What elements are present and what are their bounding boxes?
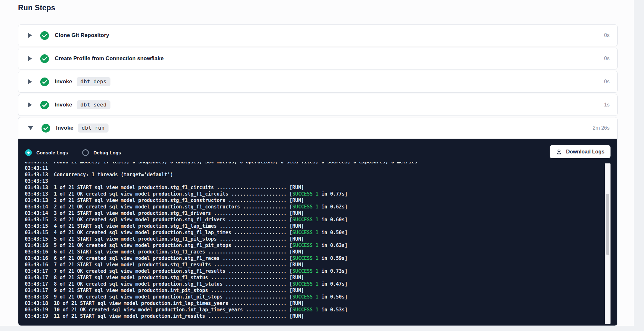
log-line: 03:43:19 11 of 21 START sql view model p… <box>25 313 603 319</box>
log-scrollbar-thumb[interactable] <box>606 194 609 255</box>
log-line: 03:43:17 9 of 21 START sql view model pr… <box>25 287 603 294</box>
success-check-icon <box>40 101 49 109</box>
log-line: 03:43:18 9 of 21 OK created sql view mod… <box>25 294 603 300</box>
log-line: 03:43:11 <box>25 165 603 171</box>
page-title: Run Steps <box>18 4 55 12</box>
log-line: 03:43:16 5 of 21 OK created sql view mod… <box>25 242 603 249</box>
log-line: 03:43:14 2 of 21 OK created sql view mod… <box>25 204 603 210</box>
run-steps-page: { "page": { "title": "Run Steps", "backg… <box>0 0 644 331</box>
log-success-tag: SUCCESS 1 <box>292 255 318 261</box>
run-step-card-5: Invokedbt run2m 26sConsole LogsDebug Log… <box>18 117 618 326</box>
chevron-right-icon[interactable] <box>28 56 32 61</box>
radio-label: Console Logs <box>36 150 68 155</box>
step-duration: 0s <box>604 56 610 61</box>
log-scrollbar-track[interactable] <box>605 163 611 324</box>
success-check-icon <box>40 78 49 86</box>
log-line: 03:43:13 Concurrency: 1 threads (target=… <box>25 171 603 178</box>
log-line: 03:43:17 8 of 21 START sql view model pr… <box>25 274 603 281</box>
run-step-card-1: Clone Git Repository0s <box>18 24 618 46</box>
command-badge-dbt-deps: dbt deps <box>77 77 110 86</box>
log-line: 03:43:15 3 of 21 OK created sql view mod… <box>25 216 603 223</box>
log-line: 03:43:17 7 of 21 OK created sql view mod… <box>25 268 603 274</box>
tab-console-logs[interactable]: Console Logs <box>25 149 68 156</box>
log-line: 03:43:13 1 of 21 START sql view model pr… <box>25 184 603 191</box>
radio-label: Debug Logs <box>93 150 121 155</box>
log-success-tag: SUCCESS 1 <box>292 230 318 235</box>
log-line: 03:43:15 4 of 21 OK created sql view mod… <box>25 229 603 236</box>
step-title: Invoke <box>56 125 73 131</box>
log-line: 03:43:13 2 of 21 START sql view model pr… <box>25 197 603 204</box>
log-line: 03:43:15 4 of 21 START sql view model pr… <box>25 223 603 229</box>
command-badge-dbt-seed: dbt seed <box>77 100 110 109</box>
bottom-edge-strip <box>0 326 634 331</box>
download-logs-label: Download Logs <box>566 149 604 155</box>
log-success-tag: SUCCESS 1 <box>292 243 318 248</box>
step-title: Invoke <box>55 102 72 108</box>
step-duration: 0s <box>604 32 610 38</box>
radio-unselected-icon <box>82 149 89 156</box>
log-success-tag: SUCCESS 1 <box>292 268 318 274</box>
radio-selected-icon <box>25 149 32 156</box>
run-step-header[interactable]: Invokedbt run2m 26s <box>18 117 617 139</box>
log-line: 03:43:18 10 of 21 START sql view model p… <box>25 300 603 307</box>
command-badge-dbt-run: dbt run <box>78 124 109 133</box>
log-success-tag: SUCCESS 1 <box>292 191 318 197</box>
run-step-card-3: Invokedbt deps0s <box>18 71 618 93</box>
console-log-output[interactable]: 03:43:11 Found 21 models, 17 tests, 0 sn… <box>25 162 603 324</box>
run-steps-list: Clone Git Repository0sCreate Profile fro… <box>18 24 618 327</box>
run-step-card-2: Create Profile from Connection snowflake… <box>18 48 618 69</box>
log-line: 03:43:13 <box>25 178 603 184</box>
log-line: 03:43:16 6 of 21 OK created sql view mod… <box>25 255 603 262</box>
chevron-down-icon[interactable] <box>28 126 33 130</box>
chevron-right-icon[interactable] <box>28 33 32 38</box>
log-panel-toolbar: Console LogsDebug LogsDownload Logs <box>18 139 617 162</box>
log-line: 03:43:19 10 of 21 OK created sql view mo… <box>25 307 603 313</box>
run-step-header[interactable]: Create Profile from Connection snowflake… <box>18 48 617 69</box>
log-line: 03:43:13 1 of 21 OK created sql view mod… <box>25 191 603 197</box>
chevron-right-icon[interactable] <box>28 102 32 107</box>
log-line: 03:43:11 Found 21 models, 17 tests, 0 sn… <box>25 162 603 165</box>
right-edge-strip <box>634 0 644 331</box>
run-step-header[interactable]: Clone Git Repository0s <box>18 25 617 46</box>
run-step-header[interactable]: Invokedbt deps0s <box>18 71 617 92</box>
log-line: 03:43:14 3 of 21 START sql view model pr… <box>25 210 603 216</box>
log-line: 03:43:16 7 of 21 START sql view model pr… <box>25 262 603 268</box>
log-success-tag: SUCCESS 1 <box>292 294 318 300</box>
success-check-icon <box>42 124 50 133</box>
log-line: 03:43:15 5 of 21 START sql view model pr… <box>25 236 603 242</box>
log-success-tag: SUCCESS 1 <box>292 307 318 313</box>
step-duration: 1s <box>604 102 610 108</box>
step-duration: 2m 26s <box>593 125 610 131</box>
tab-debug-logs[interactable]: Debug Logs <box>82 149 121 156</box>
log-line: 03:43:16 6 of 21 START sql view model pr… <box>25 249 603 255</box>
run-step-card-4: Invokedbt seed1s <box>18 94 618 116</box>
chevron-right-icon[interactable] <box>28 79 32 84</box>
step-title: Invoke <box>55 78 72 85</box>
step-title: Clone Git Repository <box>55 32 109 39</box>
log-panel: Console LogsDebug LogsDownload Logs03:43… <box>18 139 617 326</box>
log-line: 03:43:17 8 of 21 OK created sql view mod… <box>25 281 603 287</box>
log-success-tag: SUCCESS 1 <box>292 281 318 287</box>
run-step-header[interactable]: Invokedbt seed1s <box>18 94 617 115</box>
log-type-radio-group: Console LogsDebug Logs <box>25 149 135 156</box>
log-success-tag: SUCCESS 1 <box>292 217 318 223</box>
success-check-icon <box>40 31 49 40</box>
step-duration: 0s <box>604 79 610 85</box>
download-logs-button[interactable]: Download Logs <box>550 145 611 158</box>
step-title: Create Profile from Connection snowflake <box>55 55 164 62</box>
console-log-lines: 03:43:11 Found 21 models, 17 tests, 0 sn… <box>25 162 603 319</box>
success-check-icon <box>40 54 49 63</box>
download-icon <box>556 149 562 155</box>
log-success-tag: SUCCESS 1 <box>292 204 318 210</box>
